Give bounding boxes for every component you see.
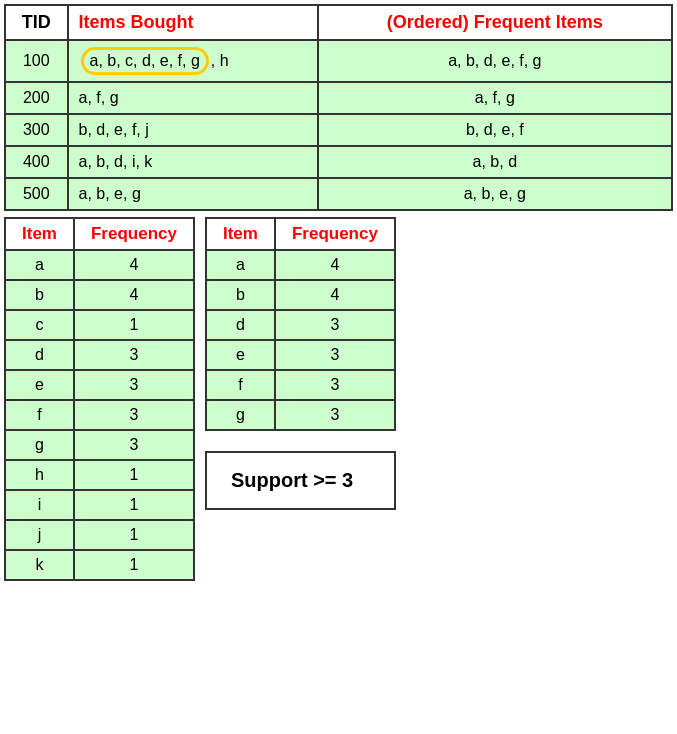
- table-row: g 3: [5, 430, 194, 460]
- items-cell: b, d, e, f, j: [68, 114, 318, 146]
- frequent-cell: a, f, g: [318, 82, 672, 114]
- item-cell: g: [5, 430, 74, 460]
- table-row: c 1: [5, 310, 194, 340]
- frequent-cell: a, b, d, e, f, g: [318, 40, 672, 82]
- freq-cell: 3: [275, 340, 395, 370]
- table-row: k 1: [5, 550, 194, 580]
- item-cell: c: [5, 310, 74, 340]
- freq-cell: 1: [74, 460, 194, 490]
- item-cell: j: [5, 520, 74, 550]
- tid-cell: 200: [5, 82, 68, 114]
- items-bought-header: Items Bought: [68, 5, 318, 40]
- table-row: f 3: [5, 400, 194, 430]
- left-item-header: Item: [5, 218, 74, 250]
- table-row: a 4: [206, 250, 395, 280]
- table-row: e 3: [5, 370, 194, 400]
- items-cell: a, b, c, d, e, f, g, h: [68, 40, 318, 82]
- freq-cell: 3: [74, 340, 194, 370]
- frequent-cell: b, d, e, f: [318, 114, 672, 146]
- item-cell: e: [206, 340, 275, 370]
- right-item-header: Item: [206, 218, 275, 250]
- freq-cell: 3: [275, 310, 395, 340]
- tid-header: TID: [5, 5, 68, 40]
- freq-cell: 4: [275, 280, 395, 310]
- item-cell: f: [5, 400, 74, 430]
- item-cell: k: [5, 550, 74, 580]
- freq-cell: 4: [74, 280, 194, 310]
- freq-cell: 4: [275, 250, 395, 280]
- freq-cell: 4: [74, 250, 194, 280]
- table-row: e 3: [206, 340, 395, 370]
- item-cell: d: [206, 310, 275, 340]
- table-row: 300 b, d, e, f, j b, d, e, f: [5, 114, 672, 146]
- item-cell: i: [5, 490, 74, 520]
- tid-cell: 300: [5, 114, 68, 146]
- freq-cell: 1: [74, 490, 194, 520]
- table-row: d 3: [206, 310, 395, 340]
- freq-cell: 1: [74, 550, 194, 580]
- freq-cell: 3: [275, 400, 395, 430]
- item-cell: b: [206, 280, 275, 310]
- left-freq-header: Frequency: [74, 218, 194, 250]
- table-row: 400 a, b, d, i, k a, b, d: [5, 146, 672, 178]
- item-cell: g: [206, 400, 275, 430]
- table-row: g 3: [206, 400, 395, 430]
- right-freq-header: Frequency: [275, 218, 395, 250]
- freq-cell: 3: [275, 370, 395, 400]
- right-frequency-table: Item Frequency a 4 b 4 d 3 e 3 f 3 g 3: [205, 217, 396, 431]
- circled-items: a, b, c, d, e, f, g: [81, 47, 209, 75]
- item-cell: e: [5, 370, 74, 400]
- items-cell: a, b, e, g: [68, 178, 318, 210]
- freq-cell: 3: [74, 430, 194, 460]
- tid-cell: 400: [5, 146, 68, 178]
- tid-cell: 500: [5, 178, 68, 210]
- table-row: i 1: [5, 490, 194, 520]
- item-cell: f: [206, 370, 275, 400]
- items-cell: a, b, d, i, k: [68, 146, 318, 178]
- tid-cell: 100: [5, 40, 68, 82]
- right-section: Item Frequency a 4 b 4 d 3 e 3 f 3 g 3 S…: [205, 217, 396, 510]
- table-row: b 4: [5, 280, 194, 310]
- table-row: 200 a, f, g a, f, g: [5, 82, 672, 114]
- left-frequency-table: Item Frequency a 4 b 4 c 1 d 3 e 3 f 3 g…: [4, 217, 195, 581]
- table-row: j 1: [5, 520, 194, 550]
- table-row: f 3: [206, 370, 395, 400]
- item-cell: b: [5, 280, 74, 310]
- freq-cell: 3: [74, 400, 194, 430]
- table-row: 100 a, b, c, d, e, f, g, h a, b, d, e, f…: [5, 40, 672, 82]
- table-row: 500 a, b, e, g a, b, e, g: [5, 178, 672, 210]
- item-cell: a: [5, 250, 74, 280]
- freq-cell: 3: [74, 370, 194, 400]
- table-row: b 4: [206, 280, 395, 310]
- ordered-frequent-header: (Ordered) Frequent Items: [318, 5, 672, 40]
- table-row: a 4: [5, 250, 194, 280]
- table-row: h 1: [5, 460, 194, 490]
- frequent-cell: a, b, e, g: [318, 178, 672, 210]
- item-cell: a: [206, 250, 275, 280]
- item-cell: h: [5, 460, 74, 490]
- frequent-cell: a, b, d: [318, 146, 672, 178]
- bottom-section: Item Frequency a 4 b 4 c 1 d 3 e 3 f 3 g…: [4, 217, 673, 581]
- table-row: d 3: [5, 340, 194, 370]
- freq-cell: 1: [74, 310, 194, 340]
- item-cell: d: [5, 340, 74, 370]
- main-transaction-table: TID Items Bought (Ordered) Frequent Item…: [4, 4, 673, 211]
- items-cell: a, f, g: [68, 82, 318, 114]
- freq-cell: 1: [74, 520, 194, 550]
- support-box: Support >= 3: [205, 451, 396, 510]
